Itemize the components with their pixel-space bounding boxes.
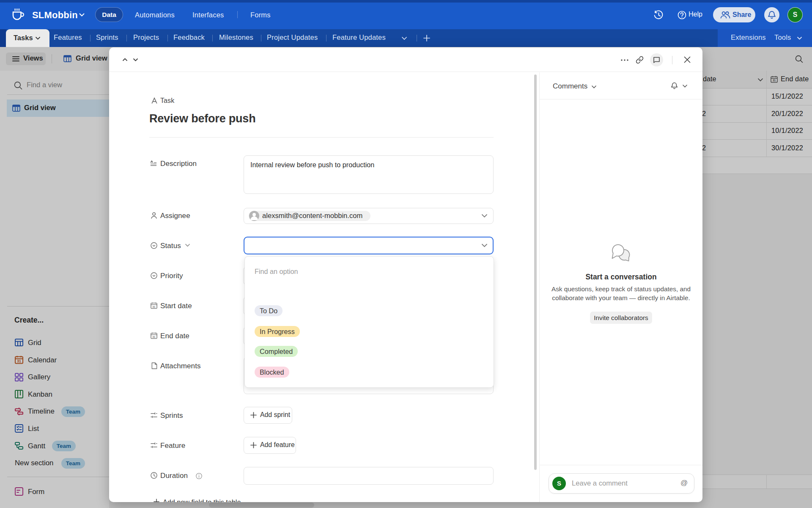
svg-text:31: 31 (153, 335, 156, 338)
svg-text:31: 31 (153, 305, 156, 308)
